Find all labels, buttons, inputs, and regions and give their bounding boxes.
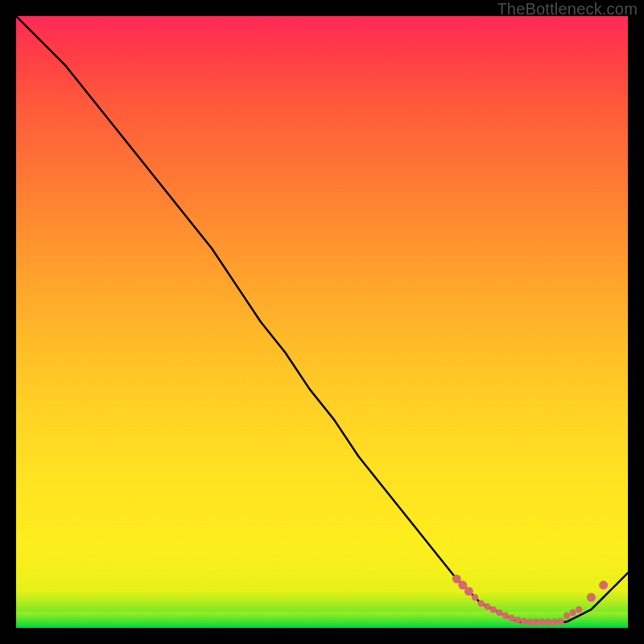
curve-svg [16,16,628,628]
fit-marker [539,618,545,625]
fit-marker [564,613,570,619]
fit-marker [484,603,490,609]
fit-marker [521,617,527,624]
fit-marker [569,609,576,616]
fit-marker [472,594,478,601]
fit-marker [599,580,608,589]
fit-marker [508,615,514,621]
fit-marker [587,593,596,602]
fit-marker [496,609,502,616]
fit-marker [551,618,558,625]
fit-marker [526,618,533,625]
fit-marker [576,606,582,613]
chart-stage: TheBottleneck.com [0,0,644,644]
fit-marker [557,617,564,624]
fit-marker [502,613,509,619]
bottleneck-curve [16,16,628,621]
fit-marker [490,606,497,613]
fit-marker [545,618,551,625]
fit-marker [514,617,521,623]
fit-marker [464,587,473,596]
fit-marker [477,600,484,606]
fit-marker [533,618,539,625]
plot-area [16,16,628,628]
fit-region-markers [452,575,608,625]
